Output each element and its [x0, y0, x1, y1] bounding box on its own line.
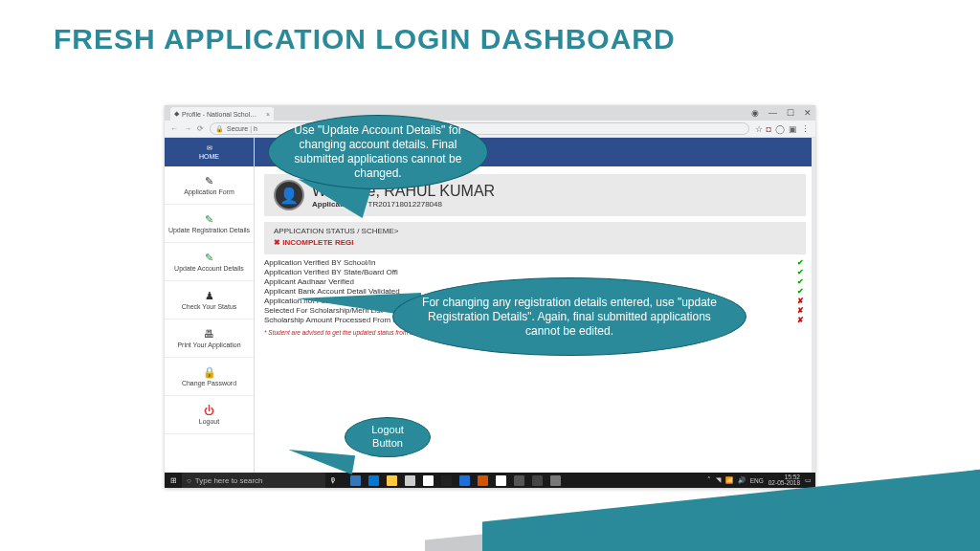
- scheme-status: ✖ INCOMPLETE REGI: [274, 238, 796, 247]
- edge-icon[interactable]: [368, 475, 379, 486]
- search-icon: ○: [187, 476, 191, 485]
- window-buttons: ◉ — ☐ ✕: [751, 108, 812, 118]
- wifi-icon[interactable]: 📶: [725, 476, 733, 484]
- user-icon[interactable]: ◉: [751, 108, 759, 118]
- address-bar: ← → ⟳ 🔒 Secure | h ☆ ◘ ◯ ▣ ⋮: [165, 121, 815, 138]
- check-icon: ✔: [797, 277, 804, 287]
- sidebar-home[interactable]: ✉ HOME: [165, 138, 254, 166]
- lang-label[interactable]: ENG: [750, 477, 764, 484]
- taskbar-search[interactable]: ○ Type here to search: [182, 473, 325, 488]
- app-icon[interactable]: [423, 475, 434, 486]
- edit-icon: ✎: [205, 175, 213, 187]
- nav-buttons: ← → ⟳: [170, 124, 204, 133]
- notifications-icon[interactable]: ▭: [805, 476, 812, 484]
- secure-label: Secure: [227, 125, 248, 132]
- lock-icon: 🔒: [203, 366, 216, 378]
- amazon-icon[interactable]: [441, 475, 452, 486]
- status-row: Application Verified BY School/In✔: [264, 258, 804, 268]
- app-icon[interactable]: [550, 475, 561, 486]
- ppt-icon[interactable]: [478, 475, 488, 486]
- sidebar-item-label: Update Registration Details: [168, 227, 250, 234]
- sidebar-item-label: Change Password: [182, 380, 236, 387]
- word-icon[interactable]: [459, 475, 470, 486]
- maximize-icon[interactable]: ☐: [787, 108, 794, 118]
- tab-close-icon[interactable]: ×: [266, 111, 270, 118]
- close-icon[interactable]: ✕: [804, 108, 812, 118]
- volume-icon[interactable]: 🔊: [738, 476, 746, 484]
- cortana-icon[interactable]: 🎙: [325, 476, 341, 485]
- browser-tab[interactable]: ◆ Profile - National Schol… ×: [170, 107, 274, 121]
- callout-logout: Logout Button: [345, 417, 431, 457]
- slide-title: FRESH APPLICATION LOGIN DASHBOARD: [0, 0, 980, 55]
- back-icon[interactable]: ←: [170, 124, 178, 133]
- explorer-icon[interactable]: [387, 475, 397, 486]
- browser-tabbar: ◆ Profile - National Schol… × ◉ — ☐ ✕: [165, 105, 815, 121]
- sidebar-item-update-registration[interactable]: ✎ Update Registration Details: [165, 205, 254, 243]
- lock-icon: 🔒: [215, 125, 224, 133]
- home-label: HOME: [199, 153, 219, 160]
- sidebar-item-application-form[interactable]: ✎ Application Form: [165, 166, 254, 205]
- status-text: Applicant Aadhaar Verified: [264, 277, 354, 287]
- check-icon: ✔: [797, 268, 804, 277]
- system-tray: ˄ ◥ 📶 🔊 ENG 15:52 02-05-2018 ▭: [707, 474, 815, 487]
- mail-icon: ✉: [207, 144, 212, 152]
- sidebar-item-print[interactable]: 🖶 Print Your Application: [165, 320, 254, 358]
- start-icon[interactable]: ⊞: [165, 476, 182, 485]
- check-icon: ✔: [797, 287, 804, 297]
- callout-update-account: Use "Update Account Details" for changin…: [268, 115, 488, 189]
- print-icon: 🖶: [204, 328, 214, 340]
- sidebar-item-label: Application Form: [184, 188, 234, 196]
- app-icon[interactable]: [532, 475, 543, 486]
- status-text: Application Verified BY State/Board Offi: [264, 268, 398, 277]
- tab-title: Profile - National Schol…: [182, 111, 256, 118]
- sidebar-item-label: Logout: [199, 418, 219, 426]
- scheme-box: APPLICATION STATUS / SCHEME> ✖ INCOMPLET…: [264, 222, 806, 254]
- extensions: ☆ ◘ ◯ ▣ ⋮: [755, 124, 810, 134]
- sidebar-item-logout[interactable]: ⏻ Logout: [165, 396, 254, 434]
- search-placeholder: Type here to search: [195, 476, 263, 485]
- app-icon[interactable]: [514, 475, 524, 486]
- scheme-label: APPLICATION STATUS / SCHEME>: [274, 227, 796, 235]
- minimize-icon[interactable]: —: [768, 108, 777, 118]
- app-id-value: TR201718012278048: [368, 200, 442, 209]
- sidebar-item-update-account[interactable]: ✎ Update Account Details: [165, 243, 254, 281]
- cross-icon: ✘: [797, 297, 804, 306]
- forward-icon[interactable]: →: [184, 124, 191, 133]
- square-icon[interactable]: ▣: [789, 124, 797, 134]
- callout-update-registration: For changing any registration details en…: [392, 277, 746, 356]
- menu-icon[interactable]: ⋮: [801, 124, 810, 134]
- status-text: Application Verified BY School/In: [264, 258, 375, 268]
- circle-icon[interactable]: ◯: [775, 124, 785, 134]
- cross-icon: ✘: [797, 306, 804, 316]
- sidebar-item-label: Print Your Application: [177, 342, 240, 349]
- check-icon: ✔: [797, 258, 804, 268]
- cross-icon: ✘: [797, 316, 804, 325]
- sidebar-item-label: Check Your Status: [182, 303, 237, 311]
- tray-icon[interactable]: ˄: [707, 476, 711, 484]
- sidebar-item-change-password[interactable]: 🔒 Change Password: [165, 358, 254, 396]
- edit-icon: ✎: [205, 252, 213, 263]
- shield-icon[interactable]: ◘: [767, 124, 771, 134]
- store-icon[interactable]: [405, 475, 415, 486]
- reload-icon[interactable]: ⟳: [197, 124, 204, 133]
- clock-date: 02-05-2018: [768, 479, 800, 486]
- sidebar-item-label: Update Account Details: [174, 265, 244, 273]
- tray-icon[interactable]: ◥: [716, 476, 721, 484]
- star-icon[interactable]: ☆: [755, 124, 763, 134]
- app-sidebar: ✉ HOME ✎ Application Form ✎ Update Regis…: [165, 138, 255, 473]
- power-icon: ⏻: [204, 405, 214, 416]
- edit-icon: ✎: [205, 213, 213, 225]
- chrome-icon[interactable]: [496, 475, 506, 486]
- taskview-icon[interactable]: [350, 475, 361, 486]
- url-text: h: [254, 125, 257, 132]
- tab-favicon-icon: ◆: [174, 110, 179, 118]
- windows-taskbar: ⊞ ○ Type here to search 🎙 ˄ ◥ 📶 🔊 ENG: [165, 473, 815, 488]
- taskbar-pinned: [341, 475, 561, 486]
- status-row: Application Verified BY State/Board Offi…: [264, 268, 804, 277]
- status-icon: ♟: [205, 290, 214, 301]
- sidebar-item-check-status[interactable]: ♟ Check Your Status: [165, 281, 254, 320]
